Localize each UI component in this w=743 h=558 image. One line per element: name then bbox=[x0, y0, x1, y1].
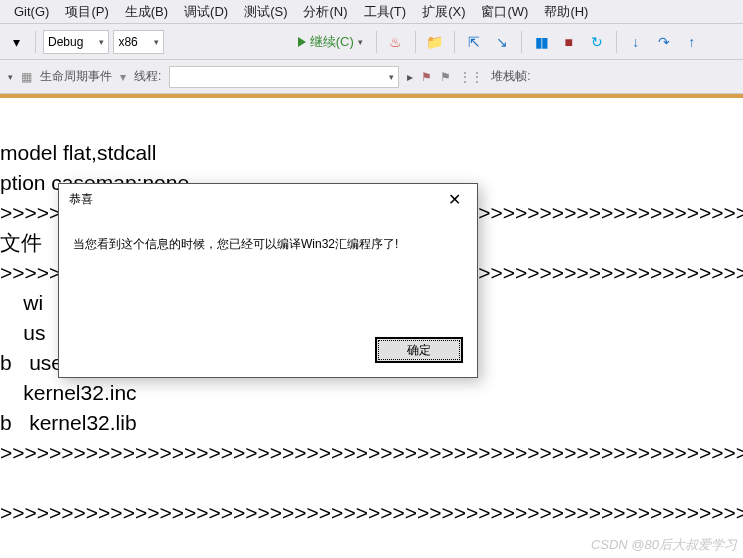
thread-icon[interactable]: ⋮⋮ bbox=[459, 70, 483, 84]
code-line: model flat,stdcall bbox=[0, 141, 156, 164]
menu-build[interactable]: 生成(B) bbox=[117, 1, 176, 23]
dialog-titlebar[interactable]: 恭喜 ✕ bbox=[59, 184, 477, 214]
continue-button[interactable]: 继续(C) ▾ bbox=[292, 33, 369, 51]
menu-tools[interactable]: 工具(T) bbox=[356, 1, 415, 23]
platform-dropdown[interactable]: x86▾ bbox=[113, 30, 163, 54]
stop-icon[interactable]: ■ bbox=[557, 30, 581, 54]
menu-analyze[interactable]: 分析(N) bbox=[295, 1, 355, 23]
folder-icon[interactable]: 📁 bbox=[423, 30, 447, 54]
step-icon[interactable]: ⇱ bbox=[462, 30, 486, 54]
standard-toolbar: ▾ Debug▾ x86▾ 继续(C) ▾ ♨ 📁 ⇱ ↘ ▮▮ ■ ↻ ↓ ↷… bbox=[0, 24, 743, 60]
menu-help[interactable]: 帮助(H) bbox=[536, 1, 596, 23]
dialog-title: 恭喜 bbox=[69, 191, 93, 208]
code-line: us bbox=[0, 321, 46, 344]
watermark: CSDN @80后大叔爱学习 bbox=[591, 536, 737, 554]
restart-icon[interactable]: ↻ bbox=[585, 30, 609, 54]
chevron-down-icon: ▾ bbox=[358, 37, 363, 47]
main-menu: Git(G) 项目(P) 生成(B) 调试(D) 测试(S) 分析(N) 工具(… bbox=[0, 0, 743, 24]
dialog-message: 当您看到这个信息的时候，您已经可以编译Win32汇编程序了! bbox=[59, 214, 477, 253]
cursor-icon[interactable]: ↘ bbox=[490, 30, 514, 54]
platform-value: x86 bbox=[118, 35, 137, 49]
config-value: Debug bbox=[48, 35, 83, 49]
code-line: wi bbox=[0, 291, 43, 314]
separator bbox=[616, 31, 617, 53]
close-icon[interactable]: ✕ bbox=[442, 188, 467, 211]
flag-icon[interactable]: ⚑ bbox=[421, 70, 432, 84]
continue-label: 继续(C) bbox=[310, 33, 354, 51]
thread-label: 线程: bbox=[134, 68, 161, 85]
thread-dropdown[interactable]: ▾ bbox=[169, 66, 399, 88]
menu-test[interactable]: 测试(S) bbox=[236, 1, 295, 23]
separator bbox=[35, 31, 36, 53]
step-into-icon[interactable]: ↓ bbox=[624, 30, 648, 54]
separator bbox=[376, 31, 377, 53]
debug-toolbar: ▾ ▦ 生命周期事件 ▾ 线程: ▾ ▸ ⚑ ⚑ ⋮⋮ 堆栈帧: bbox=[0, 60, 743, 94]
menu-window[interactable]: 窗口(W) bbox=[473, 1, 536, 23]
chevron-down-icon: ▾ bbox=[99, 37, 104, 47]
hot-reload-icon[interactable]: ♨ bbox=[384, 30, 408, 54]
chevron-down-icon: ▾ bbox=[154, 37, 159, 47]
play-icon bbox=[298, 37, 306, 47]
menu-extensions[interactable]: 扩展(X) bbox=[414, 1, 473, 23]
stackframe-label: 堆栈帧: bbox=[491, 68, 530, 85]
separator bbox=[415, 31, 416, 53]
menu-project[interactable]: 项目(P) bbox=[57, 1, 116, 23]
ok-button[interactable]: 确定 bbox=[375, 337, 463, 363]
message-dialog: 恭喜 ✕ 当您看到这个信息的时候，您已经可以编译Win32汇编程序了! 确定 bbox=[58, 183, 478, 378]
config-dropdown[interactable]: Debug▾ bbox=[43, 30, 109, 54]
code-line: kernel32.inc bbox=[0, 381, 137, 404]
step-out-icon[interactable]: ↑ bbox=[680, 30, 704, 54]
code-line: >>>>>>>>>>>>>>>>>>>>>>>>>>>>>>>>>>>>>>>>… bbox=[0, 501, 743, 524]
lifecycle-label: 生命周期事件 bbox=[40, 68, 112, 85]
menu-debug[interactable]: 调试(D) bbox=[176, 1, 236, 23]
flag-icon[interactable]: ⚑ bbox=[440, 70, 451, 84]
step-over-icon[interactable]: ↷ bbox=[652, 30, 676, 54]
code-line: b kernel32.lib bbox=[0, 411, 137, 434]
chevron-down-icon[interactable]: ▾ bbox=[8, 72, 13, 82]
pause-icon[interactable]: ▮▮ bbox=[529, 30, 553, 54]
code-line: 文件 bbox=[0, 231, 42, 254]
code-line: >>>>>>>>>>>>>>>>>>>>>>>>>>>>>>>>>>>>>>>>… bbox=[0, 441, 743, 464]
lifecycle-icon[interactable]: ▦ bbox=[21, 70, 32, 84]
separator bbox=[454, 31, 455, 53]
separator bbox=[521, 31, 522, 53]
menu-git[interactable]: Git(G) bbox=[6, 2, 57, 21]
toolbar-button[interactable]: ▾ bbox=[4, 30, 28, 54]
